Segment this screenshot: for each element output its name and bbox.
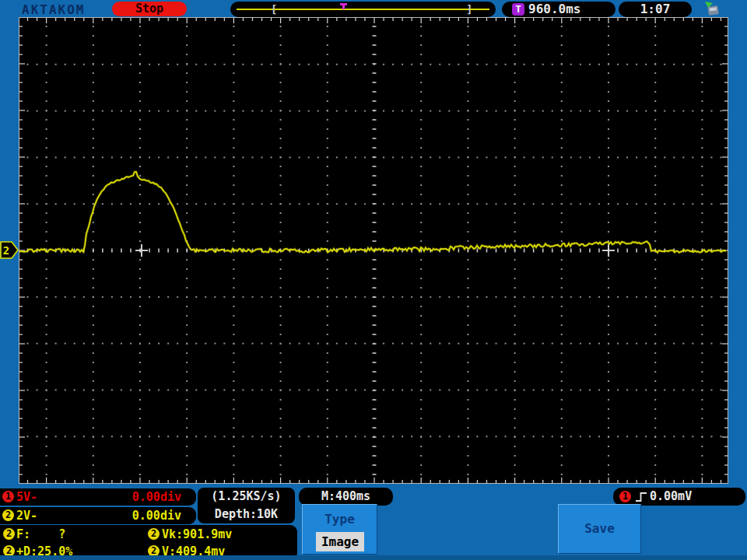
type-button[interactable]: Type Image (302, 504, 377, 555)
trigger-time-value: 960.0ms (528, 2, 580, 17)
window-right-bracket: ] (466, 2, 472, 17)
vk-value: Vk:901.9mv (162, 526, 232, 543)
channel2-marker-tag: 2 (0, 241, 19, 259)
type-label: Type (303, 512, 377, 527)
trigger-t-badge: T (512, 3, 524, 16)
trigger-channel-badge: 1 (619, 491, 631, 502)
ch2-offset: 0.00div (132, 507, 181, 524)
type-value-image[interactable]: Image (316, 532, 364, 551)
ch2-scale: 2V- (16, 507, 37, 524)
sample-rate-value: (1.25KS/s) (198, 488, 295, 506)
scope-grid-and-trace (19, 18, 728, 483)
waveform-trace-ch2 (19, 172, 726, 253)
brand-label: AKTAKOM (22, 2, 85, 17)
waveform-trace-ch2 (19, 172, 726, 253)
ch2-badge: 2 (2, 509, 14, 521)
measurement-row: 2 F: ? 2 Vk:901.9mv (0, 526, 297, 543)
measure-badge: 2 (148, 528, 160, 540)
scope-display (19, 17, 728, 484)
rising-edge-icon (635, 491, 648, 502)
ch1-offset: 0.00div (132, 488, 181, 506)
usb-storage-icon (703, 1, 721, 17)
run-state-indicator: Stop (112, 2, 187, 16)
trigger-level-pill: 1 0.00mV (613, 488, 745, 506)
ch2-info-box: 2 2V- 0.00div (0, 507, 196, 524)
ch1-badge: 1 (2, 491, 14, 502)
frequency-value: F: ? (16, 526, 65, 543)
bottom-bezel-strip (0, 555, 747, 560)
oscilloscope-screen: AKTAKOM Stop [ ] T 960.0ms 1:07 2 1 5V- … (0, 0, 747, 560)
svg-text:2: 2 (3, 244, 9, 257)
ch1-scale: 5V- (16, 488, 37, 506)
trigger-time-pill: T 960.0ms (502, 2, 615, 17)
ch1-info-box: 1 5V- 0.00div (0, 488, 196, 506)
trigger-position-marker-stem (342, 5, 345, 9)
clock: 1:07 (619, 2, 692, 17)
trigger-level-value: 0.00mV (650, 488, 692, 506)
horizontal-position-bar: [ ] (230, 2, 496, 17)
save-button[interactable]: Save (558, 504, 641, 554)
measure-badge: 2 (3, 528, 15, 540)
depth-value: Depth:10K (198, 506, 295, 523)
acquisition-info-box: (1.25KS/s) Depth:10K (198, 488, 295, 523)
timebase-pill: M:400ms (299, 488, 393, 506)
window-left-bracket: [ (271, 2, 277, 17)
